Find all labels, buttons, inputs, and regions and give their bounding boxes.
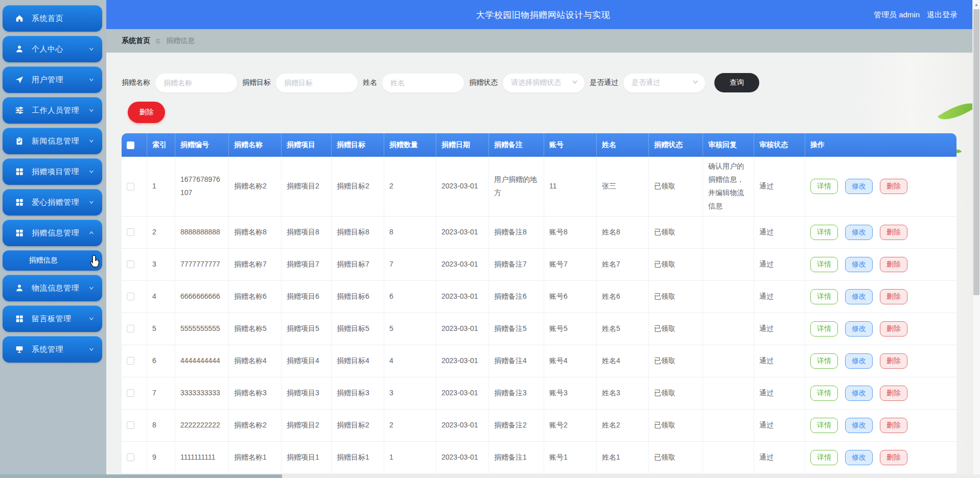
cell-operations: 详情 修改 删除 bbox=[805, 345, 956, 377]
select-all-checkbox[interactable] bbox=[127, 141, 134, 149]
col-donation-status: 捐赠状态 bbox=[649, 133, 703, 157]
donation-name-input[interactable] bbox=[155, 74, 237, 92]
grid-icon bbox=[15, 197, 25, 207]
detail-button[interactable]: 详情 bbox=[810, 225, 838, 240]
row-checkbox[interactable] bbox=[127, 453, 134, 461]
table-row: 6 4444444444 捐赠名称4 捐赠项目4 捐赠目标4 4 2023-03… bbox=[122, 345, 956, 377]
sidebar-item-label: 捐赠信息管理 bbox=[32, 228, 88, 238]
scrollbar-up-arrow-icon[interactable]: ▲ bbox=[973, 2, 980, 7]
detail-button[interactable]: 详情 bbox=[810, 386, 838, 401]
delete-button[interactable]: 删除 bbox=[880, 450, 907, 465]
sidebar-item-staff-management[interactable]: 工作人员管理 bbox=[3, 97, 102, 124]
row-checkbox[interactable] bbox=[127, 228, 134, 236]
row-checkbox[interactable] bbox=[127, 260, 134, 268]
cell-donation-qty: 8 bbox=[384, 217, 436, 249]
detail-button[interactable]: 详情 bbox=[810, 257, 838, 272]
sidebar-item-user-management[interactable]: 用户管理 bbox=[3, 66, 102, 93]
donation-status-label: 捐赠状态 bbox=[469, 78, 498, 87]
delete-button[interactable]: 删除 bbox=[880, 321, 907, 337]
sidebar-item-message-board-management[interactable]: 留言板管理 bbox=[3, 305, 102, 332]
sidebar-item-home[interactable]: 系统首页 bbox=[3, 5, 102, 32]
sidebar-subitem-donation-info[interactable]: 捐赠信息 bbox=[3, 250, 102, 271]
detail-button[interactable]: 详情 bbox=[810, 353, 838, 369]
cell-operations: 详情 修改 删除 bbox=[805, 217, 956, 249]
horizontal-scrollbar-thumb[interactable] bbox=[0, 474, 282, 478]
sidebar-item-system-management[interactable]: 系统管理 bbox=[3, 336, 102, 363]
sidebar-item-donation-info-management[interactable]: 捐赠信息管理 bbox=[3, 220, 102, 246]
cell-donation-qty: 5 bbox=[384, 313, 436, 345]
cell-person-name: 张三 bbox=[597, 157, 649, 217]
vertical-scrollbar-thumb[interactable] bbox=[973, 9, 979, 295]
approved-select[interactable]: 是否通过 bbox=[623, 74, 705, 92]
sidebar-item-personal-center[interactable]: 个人中心 bbox=[3, 36, 102, 62]
user-icon bbox=[15, 283, 25, 293]
cell-donation-no: 8888888888 bbox=[175, 217, 229, 249]
delete-button[interactable]: 删除 bbox=[880, 353, 907, 369]
cell-donation-project: 捐赠项目4 bbox=[282, 345, 332, 377]
cell-donation-name: 捐赠名称7 bbox=[229, 249, 282, 281]
cell-donation-no: 2222222222 bbox=[175, 410, 229, 442]
sidebar-item-news-management[interactable]: 新闻信息管理 bbox=[3, 128, 102, 154]
edit-button[interactable]: 修改 bbox=[845, 450, 873, 465]
edit-button[interactable]: 修改 bbox=[845, 321, 873, 337]
cell-review-status: 通过 bbox=[754, 345, 805, 377]
edit-button[interactable]: 修改 bbox=[845, 353, 873, 369]
detail-button[interactable]: 详情 bbox=[810, 179, 838, 194]
edit-button[interactable]: 修改 bbox=[845, 289, 873, 304]
delete-button[interactable]: 删除 bbox=[880, 289, 907, 304]
edit-button[interactable]: 修改 bbox=[845, 225, 873, 240]
row-checkbox[interactable] bbox=[127, 357, 134, 365]
donation-table: 索引 捐赠编号 捐赠名称 捐赠项目 捐赠目标 捐赠数量 捐赠日期 捐赠备注 账号… bbox=[122, 133, 956, 474]
person-name-input[interactable] bbox=[382, 74, 464, 92]
cell-account: 账号4 bbox=[544, 345, 597, 377]
cell-review-reply bbox=[703, 249, 754, 281]
edit-button[interactable]: 修改 bbox=[845, 418, 873, 433]
col-account: 账号 bbox=[544, 133, 597, 157]
edit-button[interactable]: 修改 bbox=[845, 257, 873, 272]
delete-button[interactable]: 删除 bbox=[880, 225, 907, 240]
cell-review-reply bbox=[703, 217, 754, 249]
bulk-delete-button[interactable]: 删除 bbox=[128, 102, 165, 123]
edit-button[interactable]: 修改 bbox=[845, 179, 873, 194]
cell-index: 3 bbox=[147, 249, 175, 281]
delete-button[interactable]: 删除 bbox=[880, 418, 907, 433]
sidebar-item-love-donation-management[interactable]: 爱心捐赠管理 bbox=[3, 189, 102, 216]
detail-button[interactable]: 详情 bbox=[810, 289, 838, 304]
row-checkbox[interactable] bbox=[127, 421, 134, 429]
delete-button[interactable]: 删除 bbox=[880, 257, 907, 272]
cell-review-status: 通过 bbox=[754, 442, 805, 474]
donation-target-input[interactable] bbox=[276, 74, 358, 92]
cell-donation-date: 2023-03-01 bbox=[436, 157, 489, 217]
breadcrumb-home[interactable]: 系统首页 bbox=[122, 36, 150, 45]
row-checkbox[interactable] bbox=[127, 325, 134, 332]
detail-button[interactable]: 详情 bbox=[810, 418, 838, 433]
chevron-down-icon bbox=[88, 107, 95, 114]
donation-target-label: 捐赠目标 bbox=[242, 78, 271, 87]
cell-donation-date: 2023-03-01 bbox=[436, 217, 489, 249]
cell-person-name: 姓名3 bbox=[597, 377, 649, 410]
sidebar-item-label: 捐赠项目管理 bbox=[32, 167, 88, 177]
donation-status-select[interactable]: 请选择捐赠状态 bbox=[503, 74, 585, 92]
row-checkbox[interactable] bbox=[127, 183, 134, 190]
app-window: 系统首页 个人中心 用户管理 bbox=[0, 0, 980, 478]
cell-donation-status: 已领取 bbox=[649, 313, 703, 345]
delete-button[interactable]: 删除 bbox=[880, 386, 907, 401]
vertical-scrollbar[interactable]: ▲ bbox=[972, 0, 980, 478]
cell-review-reply bbox=[703, 442, 754, 474]
logout-link[interactable]: 退出登录 bbox=[927, 10, 958, 19]
detail-button[interactable]: 详情 bbox=[810, 450, 838, 465]
sidebar-item-donation-project-management[interactable]: 捐赠项目管理 bbox=[3, 158, 102, 185]
row-checkbox[interactable] bbox=[127, 389, 134, 397]
row-checkbox[interactable] bbox=[127, 293, 134, 300]
cell-donation-date: 2023-03-01 bbox=[436, 410, 489, 442]
sidebar-item-logistics-management[interactable]: 物流信息管理 bbox=[3, 275, 102, 301]
search-button[interactable]: 查询 bbox=[714, 73, 759, 92]
delete-button[interactable]: 删除 bbox=[880, 179, 907, 194]
chevron-down-icon bbox=[88, 199, 95, 206]
horizontal-scrollbar[interactable] bbox=[0, 474, 980, 478]
chevron-down-icon bbox=[88, 315, 95, 322]
edit-button[interactable]: 修改 bbox=[845, 386, 873, 401]
sidebar: 系统首页 个人中心 用户管理 bbox=[0, 0, 106, 478]
detail-button[interactable]: 详情 bbox=[810, 321, 838, 337]
cell-donation-status: 已领取 bbox=[649, 442, 703, 474]
